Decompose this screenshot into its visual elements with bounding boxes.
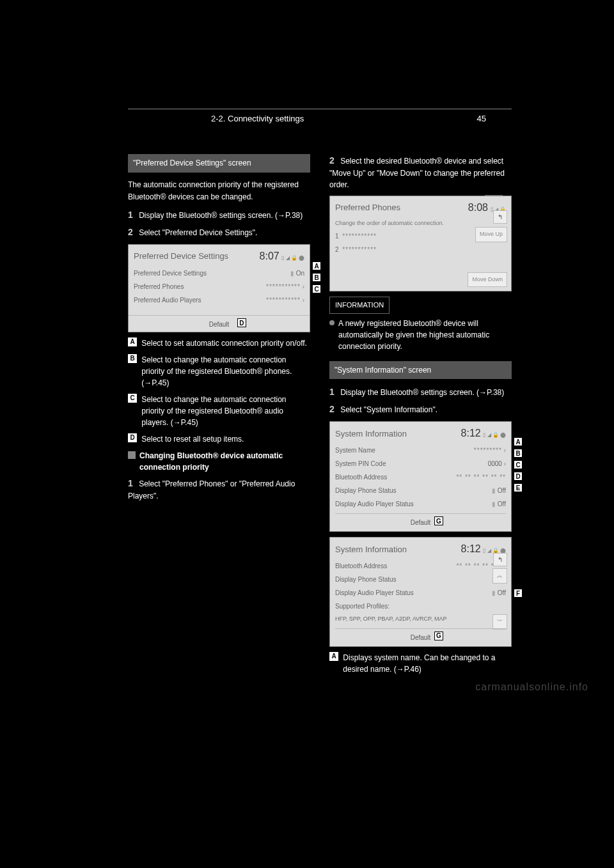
ss-time: 8:07 — [260, 251, 279, 261]
information-label: INFORMATION — [329, 297, 390, 314]
step-text: Display the Bluetooth® settings screen. … — [340, 388, 504, 397]
default-button: Default — [209, 321, 230, 328]
sub-heading: Changing Bluetooth® device automatic con… — [128, 450, 310, 473]
screenshot-system-info-2: System Information 8:12 ▯ ◢ 🔒 ⬤ ↰ ︽ ︾ Bl… — [329, 537, 512, 647]
row-value: Off — [498, 487, 506, 494]
callout-marker: C — [312, 284, 321, 293]
item-dots: *********** — [342, 246, 377, 253]
status-icons: ▯ ◢ 🔒 ⬤ — [483, 432, 506, 438]
callout-letter: C — [128, 394, 137, 403]
chevron-right-icon: › — [303, 297, 304, 304]
callout-b: B Select to change the automatic connect… — [128, 354, 310, 389]
ss-time: 8:08 — [468, 202, 488, 213]
callout-text: Select to set automatic connection prior… — [141, 337, 310, 349]
step-text: Display the Bluetooth® settings screen. … — [139, 211, 303, 220]
chevron-right-icon: › — [504, 447, 506, 454]
callout-c: C Select to change the automatic connect… — [128, 394, 310, 428]
section-title-box-2: "System Information" screen — [329, 361, 512, 380]
step-2: 2 Select "Preferred Device Settings". — [128, 226, 310, 239]
step-1: 1 Display the Bluetooth® settings screen… — [128, 208, 310, 222]
row-label: Display Audio Player Status — [335, 499, 414, 509]
ss-row: Preferred Audio Players *********** › C — [134, 293, 304, 307]
b-step-2: 2 Select "System Information". — [329, 403, 512, 416]
sub-step-1: 1 Select "Preferred Phones" or "Preferre… — [128, 477, 310, 502]
ss-row: Preferred Phones *********** › B — [134, 280, 304, 293]
row-label: Preferred Device Settings — [134, 268, 207, 278]
ss-title-text: System Information — [335, 543, 407, 556]
callout-letter: A — [329, 652, 338, 661]
callout-marker: B — [514, 449, 523, 458]
screenshot-preferred-device-settings: Preferred Device Settings 8:07 ▯ ◢ 🔒 ⬤ P… — [128, 244, 310, 332]
callout-marker: C — [514, 460, 523, 469]
step-text: Select "Preferred Phones" or "Preferred … — [128, 479, 295, 500]
section-header: 2-2. Connectivity settings — [211, 114, 304, 123]
row-label: Preferred Audio Players — [134, 295, 201, 305]
bullet-icon — [128, 451, 136, 459]
step-text: Select "System Information". — [340, 405, 437, 414]
row-label: HFP, SPP, OPP, PBAP, A2DP, AVRCP, MAP — [335, 615, 446, 624]
item-num: 1 — [335, 233, 339, 240]
row-value: Off — [498, 500, 506, 508]
left-column: "Preferred Device Settings" screen The a… — [128, 154, 310, 680]
callout-marker: D — [514, 472, 523, 481]
row-label: Bluetooth Address — [335, 472, 387, 482]
callout-marker: B — [312, 273, 321, 282]
bullet-dot-icon — [329, 320, 335, 325]
callout-marker: D — [237, 318, 246, 327]
intro-text: The automatic connection priority of the… — [128, 179, 310, 203]
ss-time: 8:12 — [461, 428, 481, 438]
step-number: 2 — [128, 227, 133, 237]
watermark: carmanualsonline.info — [475, 681, 588, 693]
chevron-right-icon: › — [303, 283, 304, 290]
back-button: ↰ — [493, 210, 507, 224]
callout-marker: A — [312, 261, 321, 270]
ss-row: Preferred Device Settings ▮ On A — [134, 267, 304, 280]
callout-letter: B — [128, 354, 137, 363]
row-value: Off — [498, 589, 506, 596]
row-label: System PIN Code — [335, 459, 386, 469]
row-value: *********** — [266, 297, 301, 304]
scroll-down-button: ︾ — [492, 614, 507, 630]
right-step-2: 2 Select the desired Bluetooth® device a… — [329, 154, 512, 190]
move-down-button: Move Down — [468, 272, 507, 288]
callout-text: Displays system name. Can be changed to … — [343, 652, 511, 675]
callout-text: Select to change the automatic connectio… — [141, 354, 310, 389]
sub-heading-text: Changing Bluetooth® device automatic con… — [139, 450, 310, 473]
callout-d: D Select to reset all setup items. — [128, 433, 310, 445]
content-columns: "Preferred Device Settings" screen The a… — [128, 154, 512, 680]
row-label: Supported Profiles: — [335, 601, 390, 611]
callout-text: Select to reset all setup items. — [141, 433, 310, 445]
ss-title-text: System Information — [335, 428, 407, 440]
row-value: On — [296, 270, 304, 277]
right-column: 2 Select the desired Bluetooth® device a… — [329, 154, 512, 680]
page-number: 45 — [477, 114, 486, 123]
list-item: 2 *********** — [335, 243, 506, 256]
callout-marker: G — [434, 516, 443, 525]
row-value: ** ** ** ** ** ** — [456, 472, 506, 482]
ss-title-text: Preferred Phones — [335, 201, 400, 214]
b-step-1: 1 Display the Bluetooth® settings screen… — [329, 385, 512, 399]
callout-marker: A — [514, 437, 523, 446]
row-value: *********** — [266, 283, 301, 290]
item-num: 2 — [335, 246, 339, 253]
ss-time: 8:12 — [461, 543, 481, 554]
chevron-right-icon: › — [504, 460, 506, 467]
row-label: Preferred Phones — [134, 282, 184, 291]
row-value: ********* — [474, 447, 502, 454]
step-number: 1 — [128, 478, 133, 488]
row-label: Display Phone Status — [335, 575, 397, 584]
step-text: Select "Preferred Device Settings". — [139, 228, 257, 237]
row-label: Display Audio Player Status — [335, 588, 414, 598]
row-label: Bluetooth Address — [335, 561, 387, 571]
callout-a: A Select to set automatic connection pri… — [128, 337, 310, 349]
default-button: Default — [411, 634, 431, 641]
step-number: 1 — [329, 387, 335, 397]
item-dots: *********** — [342, 233, 377, 240]
header-rule — [128, 109, 512, 109]
screenshot-system-info-1: System Information 8:12 ▯ ◢ 🔒 ⬤ System N… — [329, 421, 512, 532]
manual-page: 45 2-2. Connectivity settings 2 Basic fu… — [0, 0, 614, 706]
status-icons: ▯ ◢ 🔒 ⬤ — [281, 255, 304, 261]
back-button: ↰ — [493, 553, 507, 566]
callout-text: Select to change the automatic connectio… — [141, 394, 310, 428]
callout-a-right: A Displays system name. Can be changed t… — [329, 652, 512, 675]
